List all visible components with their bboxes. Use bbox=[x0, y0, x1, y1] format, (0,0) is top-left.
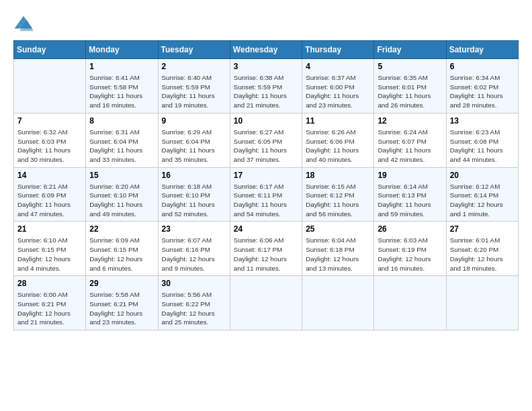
day-number: 5 bbox=[378, 62, 442, 71]
day-header-saturday: Saturday bbox=[446, 41, 518, 59]
calendar-cell: 10Sunrise: 6:27 AM Sunset: 6:05 PM Dayli… bbox=[230, 113, 302, 167]
day-number: 22 bbox=[89, 224, 154, 234]
calendar-cell: 8Sunrise: 6:31 AM Sunset: 6:04 PM Daylig… bbox=[86, 113, 158, 167]
day-header-wednesday: Wednesday bbox=[230, 41, 302, 59]
calendar-cell bbox=[374, 276, 446, 330]
calendar-cell: 23Sunrise: 6:07 AM Sunset: 6:16 PM Dayli… bbox=[158, 222, 230, 276]
calendar-cell: 9Sunrise: 6:29 AM Sunset: 6:04 PM Daylig… bbox=[158, 113, 230, 167]
calendar-cell: 22Sunrise: 6:09 AM Sunset: 6:15 PM Dayli… bbox=[86, 222, 158, 276]
calendar-cell: 11Sunrise: 6:26 AM Sunset: 6:06 PM Dayli… bbox=[302, 113, 374, 167]
day-info: Sunrise: 6:41 AM Sunset: 5:58 PM Dayligh… bbox=[89, 73, 154, 110]
day-number: 3 bbox=[234, 62, 298, 71]
day-header-thursday: Thursday bbox=[302, 41, 374, 59]
day-info: Sunrise: 6:07 AM Sunset: 6:16 PM Dayligh… bbox=[162, 236, 226, 273]
day-info: Sunrise: 6:21 AM Sunset: 6:09 PM Dayligh… bbox=[17, 182, 82, 219]
day-info: Sunrise: 6:29 AM Sunset: 6:04 PM Dayligh… bbox=[162, 128, 226, 165]
day-header-monday: Monday bbox=[86, 41, 158, 59]
day-number: 20 bbox=[450, 171, 515, 180]
calendar-cell bbox=[302, 276, 374, 330]
calendar-cell: 20Sunrise: 6:12 AM Sunset: 6:14 PM Dayli… bbox=[446, 167, 518, 222]
calendar-cell: 13Sunrise: 6:23 AM Sunset: 6:08 PM Dayli… bbox=[446, 113, 518, 167]
day-info: Sunrise: 6:27 AM Sunset: 6:05 PM Dayligh… bbox=[234, 128, 298, 165]
day-number: 19 bbox=[378, 171, 442, 180]
week-row-3: 14Sunrise: 6:21 AM Sunset: 6:09 PM Dayli… bbox=[14, 167, 519, 222]
day-number: 13 bbox=[450, 116, 515, 126]
day-info: Sunrise: 6:12 AM Sunset: 6:14 PM Dayligh… bbox=[450, 182, 515, 219]
day-info: Sunrise: 6:32 AM Sunset: 6:03 PM Dayligh… bbox=[17, 128, 82, 165]
day-number: 7 bbox=[17, 116, 82, 126]
day-number: 1 bbox=[89, 62, 154, 71]
logo-icon bbox=[13, 13, 34, 34]
calendar-cell: 21Sunrise: 6:10 AM Sunset: 6:15 PM Dayli… bbox=[14, 222, 86, 276]
page-header bbox=[13, 13, 519, 34]
calendar-cell: 25Sunrise: 6:04 AM Sunset: 6:18 PM Dayli… bbox=[302, 222, 374, 276]
week-row-2: 7Sunrise: 6:32 AM Sunset: 6:03 PM Daylig… bbox=[14, 113, 519, 167]
day-info: Sunrise: 5:58 AM Sunset: 6:21 PM Dayligh… bbox=[89, 290, 154, 327]
day-info: Sunrise: 6:35 AM Sunset: 6:01 PM Dayligh… bbox=[378, 73, 442, 110]
day-info: Sunrise: 6:03 AM Sunset: 6:19 PM Dayligh… bbox=[378, 236, 442, 273]
week-row-1: 1Sunrise: 6:41 AM Sunset: 5:58 PM Daylig… bbox=[14, 59, 519, 113]
day-number: 26 bbox=[378, 224, 442, 234]
day-info: Sunrise: 6:20 AM Sunset: 6:10 PM Dayligh… bbox=[89, 182, 154, 219]
day-number: 29 bbox=[89, 279, 154, 288]
day-info: Sunrise: 6:17 AM Sunset: 6:11 PM Dayligh… bbox=[234, 182, 298, 219]
day-number: 23 bbox=[162, 224, 226, 234]
day-number: 11 bbox=[306, 116, 370, 126]
day-info: Sunrise: 6:09 AM Sunset: 6:15 PM Dayligh… bbox=[89, 236, 154, 273]
logo bbox=[13, 13, 36, 34]
calendar-cell: 19Sunrise: 6:14 AM Sunset: 6:13 PM Dayli… bbox=[374, 167, 446, 222]
day-number: 14 bbox=[17, 171, 82, 180]
calendar-cell: 18Sunrise: 6:15 AM Sunset: 6:12 PM Dayli… bbox=[302, 167, 374, 222]
calendar-cell: 17Sunrise: 6:17 AM Sunset: 6:11 PM Dayli… bbox=[230, 167, 302, 222]
day-number: 28 bbox=[17, 279, 82, 288]
day-header-tuesday: Tuesday bbox=[158, 41, 230, 59]
calendar-cell bbox=[230, 276, 302, 330]
calendar-cell: 24Sunrise: 6:06 AM Sunset: 6:17 PM Dayli… bbox=[230, 222, 302, 276]
day-info: Sunrise: 6:38 AM Sunset: 5:59 PM Dayligh… bbox=[234, 73, 298, 110]
day-info: Sunrise: 5:56 AM Sunset: 6:22 PM Dayligh… bbox=[162, 290, 226, 327]
day-info: Sunrise: 6:15 AM Sunset: 6:12 PM Dayligh… bbox=[306, 182, 370, 219]
day-number: 4 bbox=[306, 62, 370, 71]
day-info: Sunrise: 6:06 AM Sunset: 6:17 PM Dayligh… bbox=[234, 236, 298, 273]
day-info: Sunrise: 6:10 AM Sunset: 6:15 PM Dayligh… bbox=[17, 236, 82, 273]
day-info: Sunrise: 6:01 AM Sunset: 6:20 PM Dayligh… bbox=[450, 236, 515, 273]
day-info: Sunrise: 6:26 AM Sunset: 6:06 PM Dayligh… bbox=[306, 128, 370, 165]
day-number: 9 bbox=[162, 116, 226, 126]
day-number: 27 bbox=[450, 224, 515, 234]
calendar-cell: 16Sunrise: 6:18 AM Sunset: 6:10 PM Dayli… bbox=[158, 167, 230, 222]
calendar-cell: 29Sunrise: 5:58 AM Sunset: 6:21 PM Dayli… bbox=[86, 276, 158, 330]
day-number: 17 bbox=[234, 171, 298, 180]
day-info: Sunrise: 6:04 AM Sunset: 6:18 PM Dayligh… bbox=[306, 236, 370, 273]
calendar-cell: 5Sunrise: 6:35 AM Sunset: 6:01 PM Daylig… bbox=[374, 59, 446, 113]
day-info: Sunrise: 6:00 AM Sunset: 6:21 PM Dayligh… bbox=[17, 290, 82, 327]
day-header-friday: Friday bbox=[374, 41, 446, 59]
calendar-cell: 2Sunrise: 6:40 AM Sunset: 5:59 PM Daylig… bbox=[158, 59, 230, 113]
day-number: 25 bbox=[306, 224, 370, 234]
day-info: Sunrise: 6:14 AM Sunset: 6:13 PM Dayligh… bbox=[378, 182, 442, 219]
calendar-cell: 28Sunrise: 6:00 AM Sunset: 6:21 PM Dayli… bbox=[14, 276, 86, 330]
day-info: Sunrise: 6:24 AM Sunset: 6:07 PM Dayligh… bbox=[378, 128, 442, 165]
calendar-cell: 12Sunrise: 6:24 AM Sunset: 6:07 PM Dayli… bbox=[374, 113, 446, 167]
day-number: 15 bbox=[89, 171, 154, 180]
calendar-cell: 7Sunrise: 6:32 AM Sunset: 6:03 PM Daylig… bbox=[14, 113, 86, 167]
calendar-cell: 1Sunrise: 6:41 AM Sunset: 5:58 PM Daylig… bbox=[86, 59, 158, 113]
day-info: Sunrise: 6:37 AM Sunset: 6:00 PM Dayligh… bbox=[306, 73, 370, 110]
calendar-cell: 26Sunrise: 6:03 AM Sunset: 6:19 PM Dayli… bbox=[374, 222, 446, 276]
calendar-cell: 3Sunrise: 6:38 AM Sunset: 5:59 PM Daylig… bbox=[230, 59, 302, 113]
day-number: 18 bbox=[306, 171, 370, 180]
day-info: Sunrise: 6:18 AM Sunset: 6:10 PM Dayligh… bbox=[162, 182, 226, 219]
day-number: 12 bbox=[378, 116, 442, 126]
calendar-cell: 14Sunrise: 6:21 AM Sunset: 6:09 PM Dayli… bbox=[14, 167, 86, 222]
calendar-cell: 6Sunrise: 6:34 AM Sunset: 6:02 PM Daylig… bbox=[446, 59, 518, 113]
day-number: 24 bbox=[234, 224, 298, 234]
day-number: 16 bbox=[162, 171, 226, 180]
days-header-row: SundayMondayTuesdayWednesdayThursdayFrid… bbox=[14, 41, 519, 59]
day-info: Sunrise: 6:31 AM Sunset: 6:04 PM Dayligh… bbox=[89, 128, 154, 165]
day-number: 30 bbox=[162, 279, 226, 288]
day-number: 10 bbox=[234, 116, 298, 126]
day-info: Sunrise: 6:40 AM Sunset: 5:59 PM Dayligh… bbox=[162, 73, 226, 110]
day-number: 6 bbox=[450, 62, 515, 71]
calendar-table: SundayMondayTuesdayWednesdayThursdayFrid… bbox=[13, 40, 519, 330]
calendar-cell: 27Sunrise: 6:01 AM Sunset: 6:20 PM Dayli… bbox=[446, 222, 518, 276]
calendar-cell: 30Sunrise: 5:56 AM Sunset: 6:22 PM Dayli… bbox=[158, 276, 230, 330]
